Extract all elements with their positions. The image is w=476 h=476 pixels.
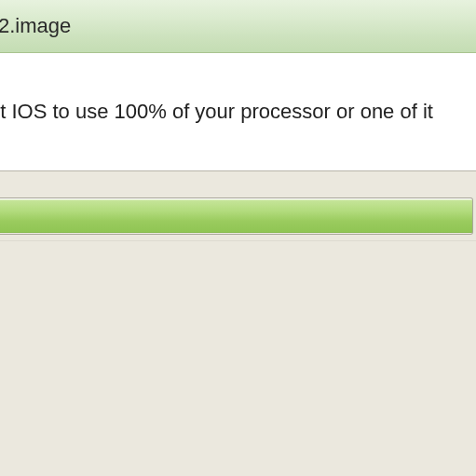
dialog-body <box>0 240 476 473</box>
dialog-header: nt IOS to use 100% of your processor or … <box>0 53 476 171</box>
dialog-message: nt IOS to use 100% of your processor or … <box>0 100 433 124</box>
progress-section <box>0 171 476 235</box>
window-title: 2.image <box>0 14 71 38</box>
window-titlebar: 2.image <box>0 0 476 53</box>
progress-bar <box>0 197 473 235</box>
progress-bar-fill <box>0 199 472 233</box>
